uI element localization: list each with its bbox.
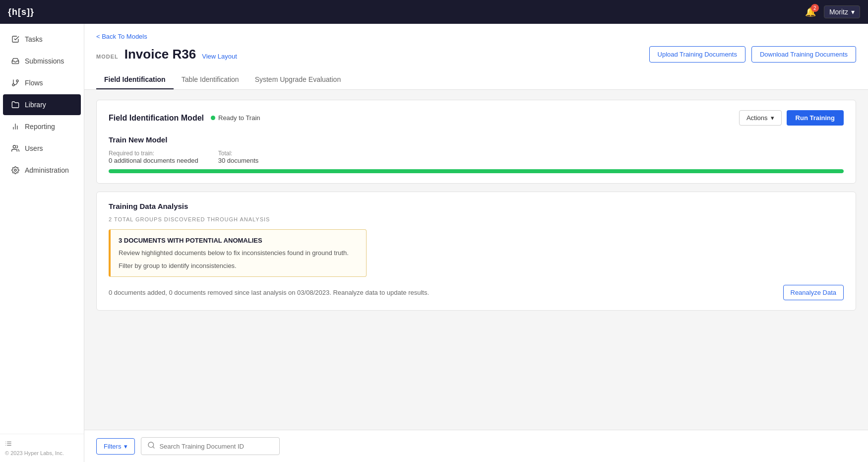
progress-bar-fill xyxy=(109,169,844,173)
progress-bar-container xyxy=(109,169,844,173)
chevron-down-icon: ▾ xyxy=(771,114,774,122)
content-header: < Back To Models MODEL Invoice R36 View … xyxy=(84,24,868,90)
total-label: Total: xyxy=(218,150,259,157)
upload-training-button[interactable]: Upload Training Documents xyxy=(649,46,745,63)
sidebar-label-users: Users xyxy=(25,144,43,152)
sidebar-label-reporting: Reporting xyxy=(25,123,55,131)
page-body: Field Identification Model Ready to Trai… xyxy=(84,90,868,430)
train-section-title: Train New Model xyxy=(109,135,844,144)
actions-label: Actions xyxy=(746,114,768,122)
search-icon xyxy=(147,441,155,451)
svg-line-15 xyxy=(153,447,154,448)
flows-icon xyxy=(11,78,20,87)
sidebar-list-icon[interactable] xyxy=(5,440,79,447)
model-card-title-group: Field Identification Model Ready to Trai… xyxy=(109,114,260,123)
svg-point-6 xyxy=(13,145,15,148)
model-label: MODEL xyxy=(96,54,119,60)
total-docs: Total: 30 documents xyxy=(218,150,259,164)
notification-badge: 2 xyxy=(811,4,819,12)
anomaly-desc1: Review highlighted documents below to fi… xyxy=(119,248,358,258)
analysis-title: Training Data Analysis xyxy=(109,202,844,210)
sidebar-label-administration: Administration xyxy=(25,166,69,174)
reanalyze-data-button[interactable]: Reanalyze Data xyxy=(783,285,844,300)
required-label: Required to train: xyxy=(109,150,198,157)
anomaly-desc2: Filter by group to identify inconsistenc… xyxy=(119,262,358,269)
anomaly-title: 3 DOCUMENTS WITH POTENTIAL ANOMALIES xyxy=(119,237,358,244)
total-value: 30 documents xyxy=(218,157,259,164)
status-dot xyxy=(211,116,215,120)
anomaly-card: 3 DOCUMENTS WITH POTENTIAL ANOMALIES Rev… xyxy=(109,229,367,277)
reanalyze-row: 0 documents added, 0 documents removed s… xyxy=(109,285,844,300)
tab-system-upgrade[interactable]: System Upgrade Evaluation xyxy=(247,70,349,89)
settings-icon xyxy=(11,166,20,175)
model-card-actions: Actions ▾ Run Training xyxy=(739,110,844,126)
top-navigation: {h[s]} 🔔 2 Moritz ▾ xyxy=(0,0,868,24)
user-name: Moritz xyxy=(829,8,848,16)
train-new-model-section: Train New Model Required to train: 0 add… xyxy=(109,135,844,173)
inbox-icon xyxy=(11,57,20,66)
tab-table-identification[interactable]: Table Identification xyxy=(174,70,247,89)
tab-field-identification[interactable]: Field Identification xyxy=(96,70,174,89)
top-nav-right: 🔔 2 Moritz ▾ xyxy=(805,5,860,18)
sidebar-item-reporting[interactable]: Reporting xyxy=(3,116,81,137)
sidebar-item-library[interactable]: Library xyxy=(3,94,81,115)
status-text: Ready to Train xyxy=(218,114,260,122)
search-box xyxy=(141,437,280,455)
folder-icon xyxy=(11,100,20,109)
model-title-row: MODEL Invoice R36 View Layout Upload Tra… xyxy=(96,46,856,63)
search-input[interactable] xyxy=(159,443,273,450)
bar-chart-icon xyxy=(11,122,20,131)
sidebar: Tasks Submissions Flows Library xyxy=(0,24,84,462)
view-layout-link[interactable]: View Layout xyxy=(202,53,237,60)
main-content: < Back To Models MODEL Invoice R36 View … xyxy=(84,24,868,462)
sidebar-item-users[interactable]: Users xyxy=(3,138,81,159)
model-card-header: Field Identification Model Ready to Trai… xyxy=(109,110,844,126)
filters-button[interactable]: Filters ▾ xyxy=(96,438,135,455)
chevron-down-icon: ▾ xyxy=(124,443,127,450)
train-info-row: Required to train: 0 additional document… xyxy=(109,150,844,164)
sidebar-footer: © 2023 Hyper Labs, Inc. xyxy=(0,434,84,462)
sidebar-item-flows[interactable]: Flows xyxy=(3,72,81,93)
sidebar-label-tasks: Tasks xyxy=(25,35,43,43)
user-menu[interactable]: Moritz ▾ xyxy=(824,5,860,18)
sidebar-item-submissions[interactable]: Submissions xyxy=(3,51,81,71)
sidebar-label-submissions: Submissions xyxy=(25,57,64,65)
sidebar-nav: Tasks Submissions Flows Library xyxy=(0,24,84,186)
filters-label: Filters xyxy=(104,443,121,450)
notification-bell[interactable]: 🔔 2 xyxy=(805,6,816,17)
chevron-down-icon: ▾ xyxy=(851,8,855,16)
sidebar-item-administration[interactable]: Administration xyxy=(3,160,81,181)
reanalyze-text: 0 documents added, 0 documents removed s… xyxy=(109,289,429,296)
analysis-subtitle: 2 TOTAL GROUPS DISCOVERED THROUGH ANALYS… xyxy=(109,216,844,222)
header-buttons: Upload Training Documents Download Train… xyxy=(649,46,856,63)
download-training-button[interactable]: Download Training Documents xyxy=(751,46,856,63)
users-icon xyxy=(11,144,20,153)
training-data-analysis-card: Training Data Analysis 2 TOTAL GROUPS DI… xyxy=(96,192,856,311)
sidebar-label-library: Library xyxy=(25,101,46,109)
run-training-button[interactable]: Run Training xyxy=(787,110,844,126)
sidebar-label-flows: Flows xyxy=(25,79,43,87)
back-to-models-link[interactable]: < Back To Models xyxy=(96,33,147,40)
required-value: 0 additional documents needed xyxy=(109,157,198,164)
check-square-icon xyxy=(11,35,20,44)
required-to-train: Required to train: 0 additional document… xyxy=(109,150,198,164)
sidebar-item-tasks[interactable]: Tasks xyxy=(3,29,81,50)
model-name: Invoice R36 xyxy=(124,47,196,62)
svg-point-7 xyxy=(14,169,16,171)
model-title-left: MODEL Invoice R36 View Layout xyxy=(96,47,237,62)
copyright-text: © 2023 Hyper Labs, Inc. xyxy=(5,450,64,456)
tab-bar: Field Identification Table Identificatio… xyxy=(96,70,856,89)
field-identification-card: Field Identification Model Ready to Trai… xyxy=(96,100,856,184)
status-badge: Ready to Train xyxy=(211,114,260,122)
app-logo: {h[s]} xyxy=(8,7,34,17)
bottom-search-bar: Filters ▾ xyxy=(84,430,868,462)
model-card-title: Field Identification Model xyxy=(109,114,204,123)
actions-button[interactable]: Actions ▾ xyxy=(739,110,782,126)
